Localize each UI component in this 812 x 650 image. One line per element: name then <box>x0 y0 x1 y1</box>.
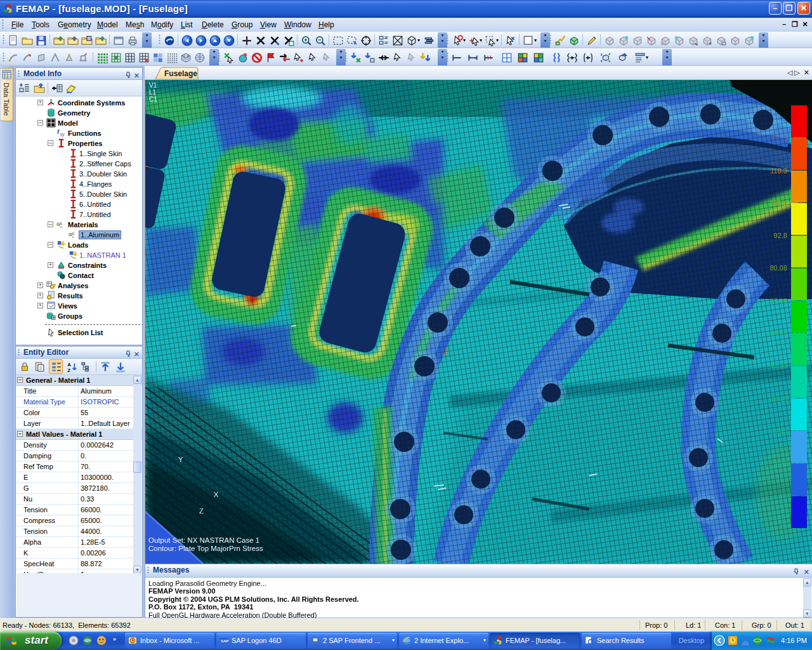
svg-text:92.8: 92.8 <box>774 232 787 239</box>
svg-text:29.16: 29.16 <box>769 395 787 402</box>
svg-text:V1: V1 <box>149 82 157 89</box>
svg-text:131.1: 131.1 <box>769 134 787 142</box>
svg-text:X: X <box>214 491 219 498</box>
svg-text:v: v <box>60 225 62 229</box>
svg-text:Y: Y <box>178 456 183 463</box>
svg-text:C1: C1 <box>149 96 157 103</box>
svg-text:118.3: 118.3 <box>770 167 787 175</box>
svg-text:v: v <box>72 235 74 239</box>
svg-text:SAP: SAP <box>221 639 228 643</box>
svg-text:105.5: 105.5 <box>769 199 787 207</box>
svg-text:f: f <box>57 129 60 135</box>
svg-text:16.43: 16.43 <box>769 427 787 435</box>
svg-text:A: A <box>67 362 71 368</box>
svg-text:80.08: 80.08 <box>769 264 787 272</box>
svg-text:41.89: 41.89 <box>769 362 787 369</box>
svg-text:54.62: 54.62 <box>769 329 787 337</box>
svg-text:67.35: 67.35 <box>769 297 787 305</box>
svg-text:Z: Z <box>67 368 70 373</box>
svg-text:Z: Z <box>199 507 204 515</box>
svg-text:L1: L1 <box>149 89 157 96</box>
svg-text:xy: xy <box>60 132 65 137</box>
svg-text:»: » <box>113 636 116 642</box>
svg-text:Fuselage: Fuselage <box>164 69 197 78</box>
svg-text:Contour: Plate Top MajorPrn St: Contour: Plate Top MajorPrn Stress <box>148 545 263 552</box>
svg-text:Output Set: NX NASTRAN Case 1: Output Set: NX NASTRAN Case 1 <box>148 536 259 544</box>
svg-text:3.70: 3.70 <box>774 460 787 467</box>
